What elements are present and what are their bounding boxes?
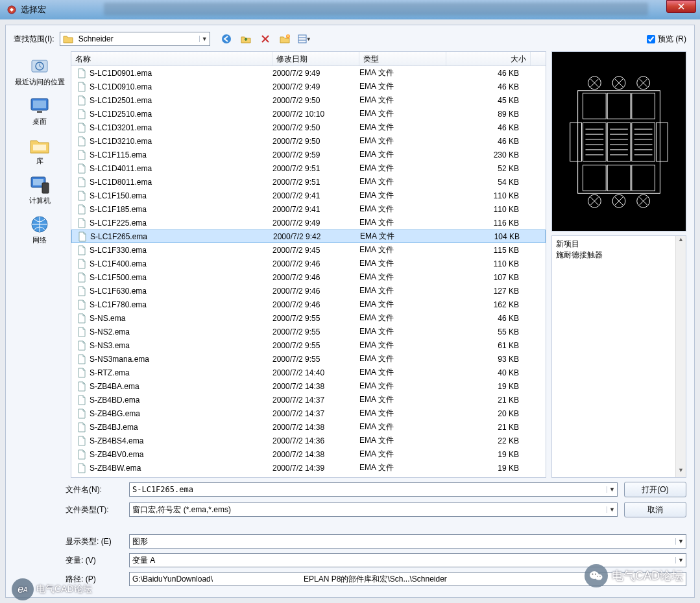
svg-point-54 — [595, 574, 602, 580]
libraries-icon — [28, 134, 51, 156]
table-row[interactable]: S-ZB4BD.ema2000/7/2 14:37EMA 文件21 KB — [71, 393, 546, 407]
table-row[interactable]: S-LC1D0901.ema2000/7/2 9:49EMA 文件46 KB — [71, 66, 546, 80]
table-row[interactable]: S-LC1F265.ema2000/7/2 9:42EMA 文件104 KB — [71, 230, 546, 243]
filetype-combo[interactable]: 窗口宏,符号宏 (*.ema,*.ems)▼ — [129, 503, 618, 517]
table-row[interactable]: S-LC1D3210.ema2000/7/2 9:50EMA 文件46 KB — [71, 134, 546, 148]
col-type[interactable]: 类型 — [359, 52, 446, 65]
watermark-logo-icon: eA — [12, 578, 34, 600]
svg-point-57 — [597, 576, 598, 577]
preview-checkbox[interactable] — [647, 35, 655, 43]
file-name: S-LC1D4011.ema — [90, 164, 272, 173]
file-size: 21 KB — [446, 423, 519, 432]
app-icon — [6, 5, 17, 15]
chevron-down-icon[interactable]: ▼ — [675, 557, 686, 563]
desktop-icon — [28, 95, 51, 117]
up-button[interactable] — [239, 32, 253, 46]
table-row[interactable]: S-LC1D3201.ema2000/7/2 9:50EMA 文件46 KB — [71, 121, 546, 134]
filename-input[interactable]: S-LC1F265.ema▼ — [129, 482, 618, 497]
file-type: EMA 文件 — [359, 421, 446, 432]
table-row[interactable]: S-LC1F330.ema2000/7/2 9:45EMA 文件115 KB — [71, 243, 546, 257]
file-date: 2000/7/2 9:49 — [272, 69, 359, 78]
file-icon — [77, 381, 87, 392]
table-row[interactable]: S-LC1D0910.ema2000/7/2 9:49EMA 文件46 KB — [71, 80, 546, 93]
place-computer[interactable]: 计算机 — [14, 171, 65, 208]
col-size[interactable]: 大小 — [446, 52, 531, 65]
col-name[interactable]: 名称 — [71, 52, 272, 65]
preview-checkbox-wrap[interactable]: 预览 (R) — [647, 34, 686, 45]
table-row[interactable]: S-LC1F630.ema2000/7/2 9:46EMA 文件127 KB — [71, 284, 546, 298]
watermark-text: 电气CAD论坛 — [36, 584, 92, 595]
place-label: 最近访问的位置 — [15, 77, 65, 87]
svg-point-56 — [595, 574, 596, 575]
back-button[interactable] — [219, 32, 234, 46]
table-row[interactable]: S-ZB4BV0.ema2000/7/2 14:38EMA 文件19 KB — [71, 447, 546, 461]
table-row[interactable]: S-LC1D2501.ema2000/7/2 9:50EMA 文件45 KB — [71, 93, 546, 107]
file-type: EMA 文件 — [359, 313, 446, 324]
file-size: 46 KB — [446, 137, 519, 146]
file-icon — [77, 286, 87, 296]
file-type: EMA 文件 — [359, 381, 446, 392]
place-recent[interactable]: 最近访问的位置 — [14, 53, 65, 89]
open-button[interactable]: 打开(O) — [624, 482, 686, 497]
table-row[interactable]: S-NS3.ema2000/7/2 9:55EMA 文件61 KB — [71, 338, 546, 352]
file-date: 2000/7/2 9:55 — [272, 327, 359, 337]
place-desktop[interactable]: 桌面 — [14, 92, 65, 129]
table-row[interactable]: S-ZB4BW.ema2000/7/2 14:39EMA 文件19 KB — [71, 461, 546, 475]
table-row[interactable]: S-LC1D4011.ema2000/7/2 9:51EMA 文件52 KB — [71, 161, 546, 175]
file-name: S-LC1F330.ema — [90, 246, 272, 255]
folder-icon — [62, 33, 74, 45]
newfolder-button[interactable] — [278, 32, 292, 46]
delete-button[interactable] — [258, 32, 272, 46]
table-row[interactable]: S-ZB4BA.ema2000/7/2 14:38EMA 文件19 KB — [71, 379, 546, 393]
table-row[interactable]: S-LC1F185.ema2000/7/2 9:41EMA 文件110 KB — [71, 202, 546, 216]
chevron-down-icon[interactable]: ▼ — [675, 538, 686, 545]
place-label: 计算机 — [29, 196, 51, 206]
col-date[interactable]: 修改日期 — [272, 52, 359, 65]
table-row[interactable]: S-LC1D2510.ema2000/7/2 10:10EMA 文件89 KB — [71, 107, 546, 121]
display-value: 图形 — [130, 536, 675, 547]
table-row[interactable]: S-ZB4BG.ema2000/7/2 14:37EMA 文件20 KB — [71, 407, 546, 420]
file-size: 104 KB — [447, 232, 520, 241]
file-name: S-ZB4BJ.ema — [90, 423, 272, 432]
file-type: EMA 文件 — [359, 67, 446, 78]
chevron-down-icon[interactable]: ▼ — [199, 36, 210, 42]
table-row[interactable]: S-LC1F500.ema2000/7/2 9:46EMA 文件107 KB — [71, 270, 546, 284]
file-size: 52 KB — [446, 164, 519, 173]
chevron-down-icon[interactable]: ▼ — [607, 506, 617, 513]
file-type: EMA 文件 — [359, 272, 446, 283]
column-headers[interactable]: 名称 修改日期 类型 大小 — [71, 52, 546, 66]
cancel-button[interactable]: 取消 — [624, 502, 686, 517]
file-type: EMA 文件 — [359, 217, 446, 228]
watermark-right: 电气CAD论坛 — [585, 564, 683, 587]
table-row[interactable]: S-LC1F225.ema2000/7/2 9:49EMA 文件116 KB — [71, 216, 546, 230]
scroll-down-icon[interactable]: ▼ — [676, 467, 686, 477]
place-network[interactable]: 网络 — [14, 211, 65, 248]
table-row[interactable]: S-LC1F780.ema2000/7/2 9:46EMA 文件162 KB — [71, 298, 546, 311]
place-libraries[interactable]: 库 — [14, 132, 65, 169]
table-row[interactable]: S-LC1F150.ema2000/7/2 9:41EMA 文件110 KB — [71, 189, 546, 202]
scroll-up-icon[interactable]: ▲ — [676, 236, 686, 246]
file-icon — [77, 340, 87, 351]
file-date: 2000/7/2 9:51 — [272, 164, 359, 173]
file-date: 2000/7/2 9:41 — [272, 191, 359, 200]
chevron-down-icon[interactable]: ▼ — [607, 486, 617, 493]
location-combo[interactable]: Schneider ▼ — [60, 32, 210, 46]
recent-icon — [28, 55, 51, 77]
table-row[interactable]: S-RTZ.ema2000/7/2 14:40EMA 文件40 KB — [71, 366, 546, 379]
table-row[interactable]: S-LC1F400.ema2000/7/2 9:46EMA 文件110 KB — [71, 257, 546, 270]
table-row[interactable]: S-NS.ema2000/7/2 9:55EMA 文件46 KB — [71, 311, 546, 325]
table-row[interactable]: S-NS2.ema2000/7/2 9:55EMA 文件55 KB — [71, 325, 546, 338]
file-type: EMA 文件 — [359, 204, 446, 215]
table-row[interactable]: S-ZB4BS4.ema2000/7/2 14:36EMA 文件22 KB — [71, 434, 546, 447]
views-button[interactable]: ▼ — [297, 32, 311, 46]
close-button[interactable] — [666, 0, 696, 13]
file-rows[interactable]: S-LC1D0901.ema2000/7/2 9:49EMA 文件46 KBS-… — [71, 66, 546, 477]
table-row[interactable]: S-NS3mana.ema2000/7/2 9:55EMA 文件93 KB — [71, 352, 546, 366]
table-row[interactable]: S-ZB4BJ.ema2000/7/2 14:38EMA 文件21 KB — [71, 420, 546, 434]
table-row[interactable]: S-LC1D8011.ema2000/7/2 9:51EMA 文件54 KB — [71, 175, 546, 189]
file-icon — [77, 300, 87, 310]
table-row[interactable]: S-LC1F115.ema2000/7/2 9:59EMA 文件230 KB — [71, 148, 546, 161]
filetype-label: 文件类型(T): — [66, 504, 123, 515]
scrollbar[interactable]: ▲▼ — [675, 236, 686, 477]
display-combo[interactable]: 图形▼ — [129, 534, 686, 549]
